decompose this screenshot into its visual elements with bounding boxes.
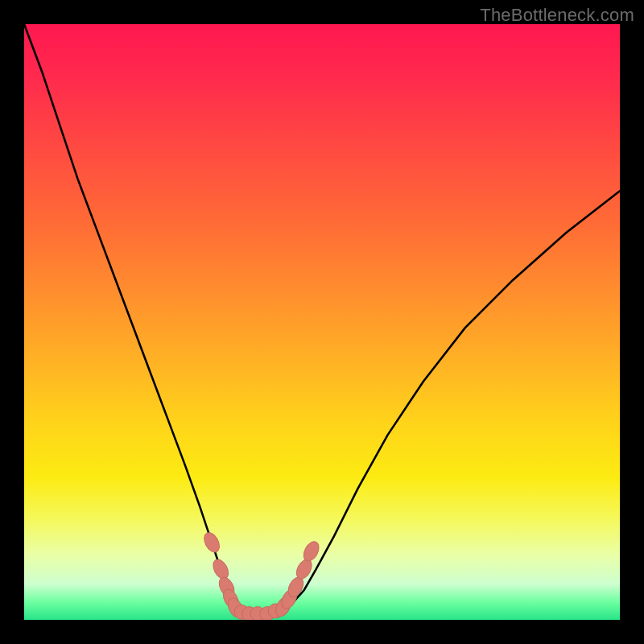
- curve-marker: [301, 539, 322, 564]
- chart-overlay: [24, 24, 620, 620]
- curve-marker: [201, 530, 222, 555]
- watermark-text: TheBottleneck.com: [480, 5, 634, 26]
- plot-area: [24, 24, 620, 620]
- chart-frame: TheBottleneck.com: [0, 0, 644, 644]
- bottleneck-curve: [24, 24, 620, 614]
- curve-markers: [201, 530, 322, 620]
- curve-marker: [210, 557, 231, 581]
